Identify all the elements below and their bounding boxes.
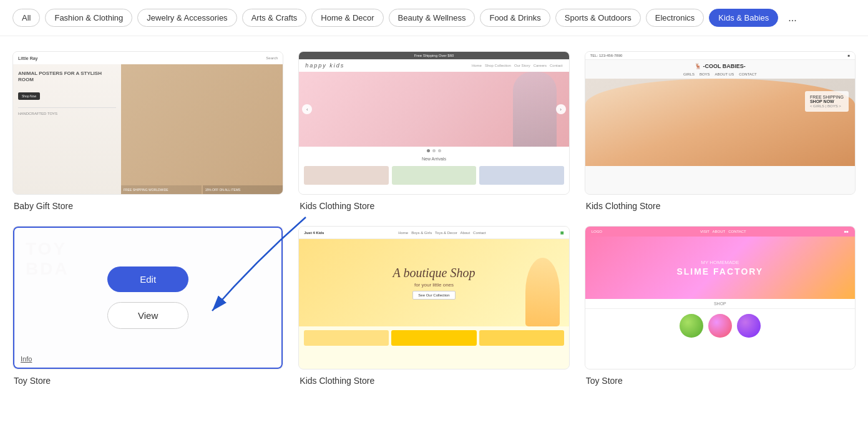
card-kids-clothing-2[interactable]: TEL: 123-456-7890 ■ 🦌 -COOL BABIES- GIRL… <box>585 51 856 211</box>
info-link-toy-store-1[interactable]: Info <box>21 355 32 363</box>
card-overlay-toy-store-1: Edit View <box>13 227 283 369</box>
filter-btn-fashion[interactable]: Fashion & Clothing <box>45 9 132 27</box>
view-button[interactable]: View <box>107 302 188 329</box>
filter-btn-electronics[interactable]: Electronics <box>646 9 705 27</box>
card-grid: Little Ray Search ANIMAL POSTERS FOR A S… <box>0 36 868 401</box>
filter-btn-food[interactable]: Food & Drinks <box>480 9 550 27</box>
filter-btn-beauty[interactable]: Beauty & Wellness <box>389 9 475 27</box>
filter-btn-jewelry[interactable]: Jewelry & Accessories <box>137 9 237 27</box>
card-label-kids-clothing-3: Kids Clothing Store <box>298 376 569 386</box>
card-baby-gift[interactable]: Little Ray Search ANIMAL POSTERS FOR A S… <box>12 51 283 211</box>
card-kids-clothing-1[interactable]: Free Shipping Over $60 happy kids Home S… <box>298 51 569 211</box>
card-toy-store-1[interactable]: TOY BDA Edit View InfoToy Store <box>12 226 283 386</box>
card-thumb-toy-store-2: LOGO VISIT ABOUT CONTACT ■■ MY HOMEMADE … <box>585 226 856 369</box>
card-label-baby-gift: Baby Gift Store <box>12 201 283 211</box>
filter-btn-arts[interactable]: Arts & Crafts <box>242 9 307 27</box>
filter-btn-more[interactable]: ... <box>783 10 801 26</box>
card-label-toy-store-1: Toy Store <box>12 376 283 386</box>
filter-btn-kids[interactable]: Kids & Babies <box>709 9 778 27</box>
card-toy-store-2[interactable]: LOGO VISIT ABOUT CONTACT ■■ MY HOMEMADE … <box>585 226 856 386</box>
card-kids-clothing-3[interactable]: Just 4 Kids Home Boys & Girls Toys & Dec… <box>298 226 569 386</box>
card-thumb-toy-store-1: TOY BDA Edit View Info <box>12 226 283 369</box>
card-label-kids-clothing-2: Kids Clothing Store <box>585 201 856 211</box>
edit-button[interactable]: Edit <box>107 266 188 292</box>
card-thumb-baby-gift: Little Ray Search ANIMAL POSTERS FOR A S… <box>12 51 283 195</box>
filter-btn-all[interactable]: All <box>12 9 40 27</box>
card-thumb-kids-clothing-2: TEL: 123-456-7890 ■ 🦌 -COOL BABIES- GIRL… <box>585 51 856 195</box>
filter-btn-sports[interactable]: Sports & Outdoors <box>555 9 641 27</box>
card-thumb-kids-clothing-1: Free Shipping Over $60 happy kids Home S… <box>298 51 569 195</box>
card-thumb-kids-clothing-3: Just 4 Kids Home Boys & Girls Toys & Dec… <box>298 226 569 369</box>
card-label-kids-clothing-1: Kids Clothing Store <box>298 201 569 211</box>
card-label-toy-store-2: Toy Store <box>585 376 856 386</box>
filter-bar: AllFashion & ClothingJewelry & Accessori… <box>0 0 868 36</box>
filter-btn-home[interactable]: Home & Decor <box>311 9 383 27</box>
